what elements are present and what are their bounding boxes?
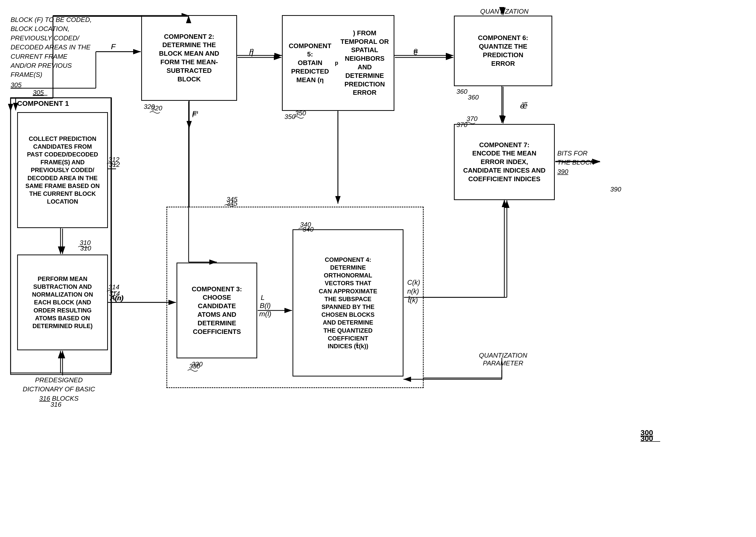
svg-text:360: 360 (468, 94, 479, 101)
ref-345: 345 (226, 200, 237, 207)
quant-param-bottom: QUANTIZATIONPARAMETER (454, 351, 552, 367)
svg-text:370: 370 (467, 115, 478, 122)
comp5-box: COMPONENT 5:OBTAIN PREDICTEDMEAN (ηp) FR… (282, 15, 394, 111)
svg-text:η: η (250, 46, 254, 55)
comp1-collect-box: COLLECT PREDICTIONCANDIDATES FROMPAST CO… (17, 112, 108, 228)
predesigned-label: PREDESIGNEDDICTIONARY OF BASIC 316 BLOCK… (23, 376, 95, 403)
ref-305: 305 (11, 80, 94, 90)
svg-text:F': F' (192, 111, 198, 119)
ref-310: 310 (80, 244, 91, 252)
svg-text:ẽ: ẽ (522, 101, 527, 110)
comp6-box: COMPONENT 6:QUANTIZE THEPREDICTIONERROR (454, 16, 552, 86)
comp4-box: COMPONENT 4:DETERMINEORTHONORMALVECTORS … (292, 229, 403, 377)
svg-text:e: e (414, 46, 418, 55)
comp7-box: COMPONENT 7:ENCODE THE MEANERROR INDEX,C… (454, 124, 555, 200)
svg-text:390: 390 (610, 186, 621, 193)
diagram: F η e F' ẽ (0, 0, 756, 537)
comp2-box: COMPONENT 2:DETERMINE THEBLOCK MEAN ANDF… (141, 15, 237, 101)
ref-340: 340 (303, 226, 313, 233)
ref-312: 312 (109, 161, 120, 169)
comp3-box: COMPONENT 3:CHOOSECANDIDATEATOMS ANDDETE… (177, 263, 257, 358)
comp1-label: COMPONENT 1 (17, 100, 69, 107)
comp1-mean-box: PERFORM MEANSUBTRACTION ANDNORMALIZATION… (17, 255, 108, 350)
bits-label: BITS FORTHE BLOCK 390 (557, 149, 594, 176)
ref-360: 360 (457, 88, 467, 96)
svg-text:305: 305 (33, 89, 44, 96)
svg-text:ẽ: ẽ (519, 102, 525, 110)
svg-text:η: η (249, 48, 253, 57)
ref-330: 330 (192, 360, 202, 368)
ref-320: 320 (144, 103, 155, 111)
ref-300: 300 (641, 429, 653, 437)
svg-text:F: F (111, 42, 116, 51)
ref-350: 350 (285, 113, 295, 121)
input-label: BLOCK (F) TO BE CODED, BLOCK LOCATION, P… (11, 15, 94, 90)
svg-text:F: F (111, 42, 116, 51)
svg-text:e: e (414, 48, 418, 57)
ref-370: 370 (457, 121, 467, 129)
svg-text:F': F' (192, 110, 198, 117)
ref-314: 314 (109, 290, 120, 298)
